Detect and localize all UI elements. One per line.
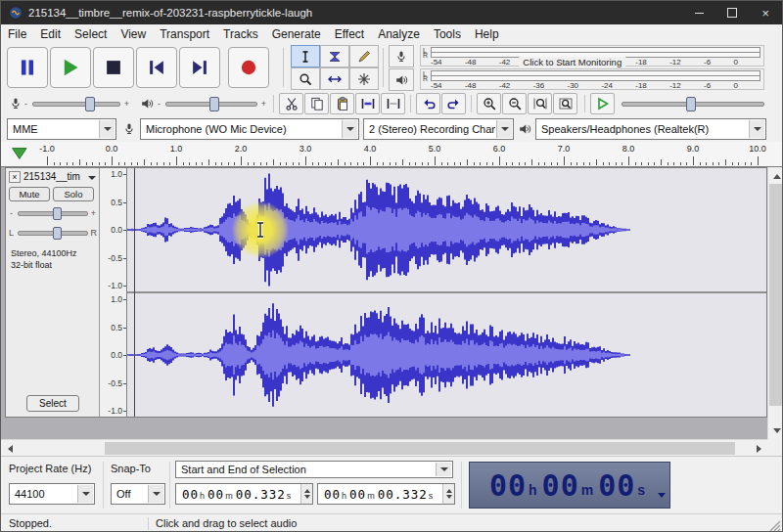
multi-tool-button[interactable] xyxy=(349,67,379,90)
zoom-in-button[interactable] xyxy=(477,93,501,114)
selection-end-field[interactable]: 00h 00m 00.332s xyxy=(317,483,455,505)
time-shift-tool-button[interactable] xyxy=(320,67,349,90)
resize-grip[interactable] xyxy=(768,519,781,532)
selection-tool-button[interactable] xyxy=(291,45,320,67)
scroll-right-button[interactable] xyxy=(751,440,767,457)
project-rate-select[interactable]: 44100 xyxy=(9,483,95,505)
waveform-channel-left[interactable] xyxy=(127,168,766,291)
track-select-button[interactable]: Select xyxy=(26,395,79,412)
trim-audio-button[interactable] xyxy=(355,93,380,114)
horizontal-scrollbar[interactable] xyxy=(1,439,767,456)
menu-item-8[interactable]: Analyze xyxy=(371,25,427,43)
slider-thumb[interactable] xyxy=(53,207,62,220)
slider-thumb[interactable] xyxy=(53,227,62,240)
meter-tick-1: -48 xyxy=(465,58,477,66)
selection-mode-select[interactable]: Start and End of Selection xyxy=(175,461,453,478)
slider-thumb[interactable] xyxy=(209,97,219,111)
start-seconds[interactable]: 00.332 xyxy=(236,487,286,502)
pan-left-label: L xyxy=(9,228,14,238)
track-close-button[interactable]: × xyxy=(9,171,21,183)
silence-audio-button[interactable] xyxy=(381,93,405,114)
waveform-channel-right[interactable] xyxy=(127,293,766,417)
toolbar-separator xyxy=(584,95,585,112)
time-spinner[interactable] xyxy=(300,484,312,504)
track-menu-caret-icon[interactable] xyxy=(88,176,96,184)
playback-meter[interactable]: L R -54-48-42-36-30-24-18-12-60 xyxy=(420,68,764,90)
recording-meter[interactable]: L R -54-48-42-36-30-24-18-12-60 Click to… xyxy=(420,45,764,66)
end-minutes[interactable]: 00 xyxy=(349,487,366,502)
snap-to-select[interactable]: Off xyxy=(111,483,165,505)
recording-device-select[interactable]: Microphone (WO Mic Device) xyxy=(140,118,359,140)
draw-tool-button[interactable] xyxy=(349,45,379,67)
ruler-tick xyxy=(325,162,326,165)
track-pan-slider[interactable]: L R xyxy=(18,225,88,241)
menu-item-1[interactable]: Edit xyxy=(33,25,68,43)
menu-item-4[interactable]: Transport xyxy=(153,25,216,43)
timeline-options-button[interactable] xyxy=(7,145,28,162)
minimize-button[interactable] xyxy=(682,2,715,24)
recording-channels-select[interactable]: 2 (Stereo) Recording Chann xyxy=(363,118,514,140)
menu-item-3[interactable]: View xyxy=(114,25,153,43)
monitoring-hint[interactable]: Click to Start Monitoring xyxy=(519,57,625,67)
dropdown-arrow-icon[interactable] xyxy=(658,493,666,502)
skip-to-start-button[interactable] xyxy=(136,47,177,88)
recording-volume-slider[interactable]: - + xyxy=(26,94,128,113)
end-hours[interactable]: 00 xyxy=(324,487,341,502)
scroll-down-button[interactable] xyxy=(768,422,783,439)
vruler-label--0.5: -0.5 xyxy=(108,378,122,388)
undo-button[interactable] xyxy=(416,93,440,114)
audio-host-select[interactable]: MME xyxy=(7,118,116,140)
paste-button[interactable] xyxy=(330,93,354,114)
track-name[interactable]: 215134__tim xyxy=(23,171,80,182)
zoom-out-button[interactable] xyxy=(502,93,527,114)
menu-item-2[interactable]: Select xyxy=(68,25,114,43)
menu-item-0[interactable]: File xyxy=(1,25,33,43)
vertical-scroll-thumb[interactable] xyxy=(769,184,783,406)
skip-to-end-button[interactable] xyxy=(179,47,220,88)
selection-tool-icon xyxy=(298,49,313,65)
fit-selection-button[interactable] xyxy=(528,93,552,114)
cut-button[interactable] xyxy=(279,93,303,114)
scroll-up-button[interactable] xyxy=(768,167,783,184)
play-speed-slider[interactable] xyxy=(622,94,764,113)
start-minutes[interactable]: 00 xyxy=(207,487,224,502)
playback-volume-slider[interactable]: - + xyxy=(160,94,265,113)
pause-button[interactable] xyxy=(7,47,48,88)
fit-project-button[interactable] xyxy=(553,93,577,114)
stop-button[interactable] xyxy=(93,47,134,88)
solo-button[interactable]: Solo xyxy=(53,187,94,201)
horizontal-scroll-thumb[interactable] xyxy=(105,442,735,455)
start-hours[interactable]: 00 xyxy=(182,487,199,502)
vertical-scrollbar[interactable] xyxy=(767,167,783,439)
maximize-button[interactable] xyxy=(715,2,749,24)
menu-item-10[interactable]: Help xyxy=(468,25,506,43)
record-meter-mic-button[interactable] xyxy=(389,45,414,67)
scroll-left-button[interactable] xyxy=(1,440,18,457)
menu-item-7[interactable]: Effect xyxy=(328,25,371,43)
waveform-display[interactable] xyxy=(127,168,766,417)
play-at-speed-button[interactable] xyxy=(590,93,615,114)
copy-button[interactable] xyxy=(304,93,329,114)
maximize-icon xyxy=(727,8,737,18)
redo-button[interactable] xyxy=(441,93,466,114)
selection-start-field[interactable]: 00h 00m 00.332s xyxy=(175,483,313,505)
slider-thumb[interactable] xyxy=(686,97,696,111)
menu-item-5[interactable]: Tracks xyxy=(216,25,265,43)
audio-position-display[interactable]: 00h 00m 00s xyxy=(469,462,670,509)
slider-thumb[interactable] xyxy=(85,97,95,111)
playback-meter-speaker-button[interactable] xyxy=(389,68,414,91)
envelope-tool-button[interactable] xyxy=(320,45,349,67)
mute-button[interactable]: Mute xyxy=(9,187,50,201)
record-button[interactable] xyxy=(228,47,269,88)
close-button[interactable]: × xyxy=(749,2,782,24)
track-gain-slider[interactable]: - + xyxy=(18,205,88,221)
vertical-ruler[interactable]: 1.00.50.0-0.5-1.0 1.00.50.0-0.5-1.0 xyxy=(100,168,127,417)
timeline-ruler[interactable]: -1.00.01.02.03.04.05.06.07.08.09.010.0 xyxy=(1,142,782,167)
playback-device-select[interactable]: Speakers/Headphones (Realtek(R) xyxy=(535,118,766,140)
end-seconds[interactable]: 00.332 xyxy=(378,487,428,502)
play-button[interactable] xyxy=(50,47,91,88)
menu-item-9[interactable]: Tools xyxy=(427,25,468,43)
zoom-tool-button[interactable] xyxy=(291,67,320,90)
time-spinner[interactable] xyxy=(442,484,454,504)
menu-item-6[interactable]: Generate xyxy=(265,25,328,43)
